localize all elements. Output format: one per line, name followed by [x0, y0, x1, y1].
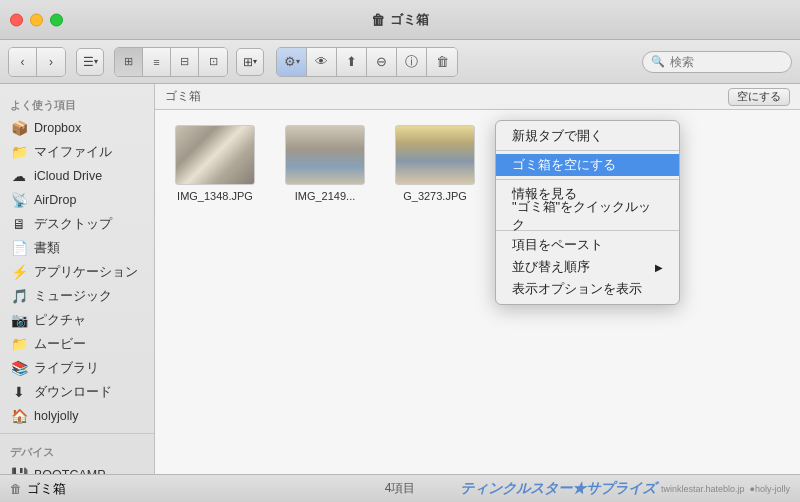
- menu-label-open-tab: 新規タブで開く: [512, 127, 603, 145]
- status-bar: 🗑 ゴミ箱 4項目 ティンクルスター★サプライズ twinklestar.hat…: [0, 474, 800, 502]
- status-trash-label: ゴミ箱: [27, 480, 66, 498]
- holyjolly-icon: 🏠: [10, 408, 28, 424]
- sidebar-item-airdrop-label: AirDrop: [34, 193, 76, 207]
- dropbox-icon: 📦: [10, 120, 28, 136]
- watermark-japanese: ティンクルスター★サプライズ: [460, 480, 656, 498]
- sidebar-item-movies[interactable]: 📁 ムービー: [0, 332, 154, 356]
- icon-view-button[interactable]: ⊞: [115, 48, 143, 76]
- sidebar: よく使う項目 📦 Dropbox 📁 マイファイル ☁ iCloud Drive…: [0, 84, 155, 474]
- menu-label-empty-trash: ゴミ箱を空にする: [512, 156, 616, 174]
- menu-label-paste: 項目をペースト: [512, 236, 603, 254]
- sidebar-divider: [0, 433, 154, 434]
- sidebar-item-myfiles[interactable]: 📁 マイファイル: [0, 140, 154, 164]
- apps-icon: ⚡: [10, 264, 28, 280]
- grid-dropdown-icon: ▾: [253, 57, 257, 66]
- downloads-icon: ⬇: [10, 384, 28, 400]
- view-mode-buttons: ⊞ ≡ ⊟ ⊡: [114, 47, 228, 77]
- sidebar-item-music-label: ミュージック: [34, 288, 112, 305]
- pictures-icon: 📷: [10, 312, 28, 328]
- watermark-url: twinklestar.hateblo.jp: [661, 484, 745, 494]
- grid-icon: ⊞: [243, 55, 253, 69]
- view-list-button[interactable]: ☰ ▾: [76, 48, 104, 76]
- back-button[interactable]: ‹: [9, 48, 37, 76]
- gear-dropdown-icon: ▾: [296, 57, 300, 66]
- search-input[interactable]: [670, 55, 783, 69]
- toolbar: ‹ › ☰ ▾ ⊞ ≡ ⊟ ⊡ ⊞ ▾ ⚙ ▾ 👁 ⬆ ⊖ ⓘ 🗑: [0, 40, 800, 84]
- search-icon: 🔍: [651, 55, 665, 68]
- sidebar-item-pictures[interactable]: 📷 ピクチャ: [0, 308, 154, 332]
- menu-item-open-tab[interactable]: 新規タブで開く: [496, 125, 679, 147]
- search-box[interactable]: 🔍: [642, 51, 792, 73]
- info-icon: ⓘ: [405, 53, 418, 71]
- gear-action-button[interactable]: ⚙ ▾: [277, 48, 307, 76]
- sidebar-item-dropbox[interactable]: 📦 Dropbox: [0, 116, 154, 140]
- sidebar-item-holyjolly[interactable]: 🏠 holyjolly: [0, 404, 154, 428]
- delete-icon: 🗑: [436, 54, 449, 69]
- favorites-section-title: よく使う項目: [0, 92, 154, 116]
- sidebar-item-icloud[interactable]: ☁ iCloud Drive: [0, 164, 154, 188]
- status-trash-icon: 🗑: [10, 482, 22, 496]
- share-icon: ⬆: [346, 54, 357, 69]
- title-bar: 🗑 ゴミ箱: [0, 0, 800, 40]
- devices-section-title: デバイス: [0, 439, 154, 463]
- desktop-icon: 🖥: [10, 216, 28, 232]
- sidebar-item-airdrop[interactable]: 📡 AirDrop: [0, 188, 154, 212]
- sidebar-item-apps[interactable]: ⚡ アプリケーション: [0, 260, 154, 284]
- file-area: ゴミ箱 空にする IMG_1348.JPG IMG_2149... G_3273…: [155, 84, 800, 474]
- status-watermark: ティンクルスター★サプライズ twinklestar.hateblo.jp ●h…: [460, 480, 790, 498]
- context-menu: 新規タブで開く ゴミ箱を空にする 情報を見る "ゴミ箱"をクイックルック 項目を…: [495, 120, 680, 305]
- info-button[interactable]: ⓘ: [397, 48, 427, 76]
- minimize-button[interactable]: [30, 13, 43, 26]
- tag-button[interactable]: ⊖: [367, 48, 397, 76]
- eye-icon: 👁: [315, 54, 328, 69]
- icloud-icon: ☁: [10, 168, 28, 184]
- documents-icon: 📄: [10, 240, 28, 256]
- close-button[interactable]: [10, 13, 23, 26]
- eye-action-button[interactable]: 👁: [307, 48, 337, 76]
- window-title: 🗑 ゴミ箱: [371, 11, 429, 29]
- sidebar-item-desktop-label: デスクトップ: [34, 216, 112, 233]
- watermark-brand: ●holy-jolly: [750, 484, 790, 494]
- tag-icon: ⊖: [376, 54, 387, 69]
- menu-item-paste[interactable]: 項目をペースト: [496, 234, 679, 256]
- main-content: よく使う項目 📦 Dropbox 📁 マイファイル ☁ iCloud Drive…: [0, 84, 800, 474]
- sidebar-item-movies-label: ムービー: [34, 336, 86, 353]
- sidebar-item-downloads[interactable]: ⬇ ダウンロード: [0, 380, 154, 404]
- traffic-lights: [10, 13, 63, 26]
- myfiles-icon: 📁: [10, 144, 28, 160]
- sidebar-item-documents[interactable]: 📄 書類: [0, 236, 154, 260]
- trash-title-icon: 🗑: [371, 12, 385, 28]
- sidebar-item-music[interactable]: 🎵 ミュージック: [0, 284, 154, 308]
- library-icon: 📚: [10, 360, 28, 376]
- share-button[interactable]: ⬆: [337, 48, 367, 76]
- list-dropdown-icon: ▾: [94, 57, 98, 66]
- menu-label-sort: 並び替え順序: [512, 258, 590, 276]
- menu-item-sort[interactable]: 並び替え順序 ▶: [496, 256, 679, 278]
- sidebar-item-documents-label: 書類: [34, 240, 60, 257]
- column-view-button[interactable]: ⊟: [171, 48, 199, 76]
- menu-label-quicklook: "ゴミ箱"をクイックルック: [512, 198, 663, 234]
- maximize-button[interactable]: [50, 13, 63, 26]
- sidebar-item-apps-label: アプリケーション: [34, 264, 138, 281]
- view-extra-button[interactable]: ⊞ ▾: [236, 48, 264, 76]
- menu-item-empty-trash[interactable]: ゴミ箱を空にする: [496, 154, 679, 176]
- submenu-arrow-icon: ▶: [655, 262, 663, 273]
- sidebar-item-library[interactable]: 📚 ライブラリ: [0, 356, 154, 380]
- forward-button[interactable]: ›: [37, 48, 65, 76]
- menu-separator-2: [496, 179, 679, 180]
- coverflow-button[interactable]: ⊡: [199, 48, 227, 76]
- gear-icon: ⚙: [284, 54, 296, 69]
- trash-button[interactable]: 🗑: [427, 48, 457, 76]
- sidebar-item-desktop[interactable]: 🖥 デスクトップ: [0, 212, 154, 236]
- list-view-icon: ☰: [83, 55, 94, 69]
- action-buttons: ⚙ ▾ 👁 ⬆ ⊖ ⓘ 🗑: [276, 47, 458, 77]
- sidebar-item-icloud-label: iCloud Drive: [34, 169, 102, 183]
- menu-item-view-options[interactable]: 表示オプションを表示: [496, 278, 679, 300]
- airdrop-icon: 📡: [10, 192, 28, 208]
- menu-item-quicklook[interactable]: "ゴミ箱"をクイックルック: [496, 205, 679, 227]
- sidebar-item-dropbox-label: Dropbox: [34, 121, 81, 135]
- list-view-mode-button[interactable]: ≡: [143, 48, 171, 76]
- context-menu-overlay: 新規タブで開く ゴミ箱を空にする 情報を見る "ゴミ箱"をクイックルック 項目を…: [155, 84, 800, 474]
- sidebar-item-bootcamp[interactable]: 💾 BOOTCAMP: [0, 463, 154, 474]
- sidebar-item-downloads-label: ダウンロード: [34, 384, 112, 401]
